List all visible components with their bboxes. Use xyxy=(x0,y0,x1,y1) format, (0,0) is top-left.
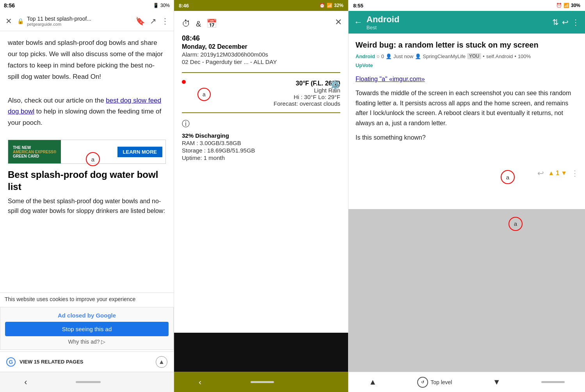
related-pages-bar: G VIEW 15 RELATED PAGES ▲ xyxy=(0,351,174,372)
stop-seeing-button[interactable]: Stop seeing this ad xyxy=(5,322,169,336)
floating-a-indicator: a xyxy=(86,152,100,166)
article-paragraph-1: water bowls and splash-proof dog bowls a… xyxy=(8,31,166,89)
ram-info: RAM : 3.00GB/3.58GB xyxy=(182,140,340,146)
black-section xyxy=(174,333,348,372)
browser-actions: 🔖 ↗ ⋮ xyxy=(134,15,171,27)
app-header: ← Android Best ⇅ ↩ ⋮ xyxy=(349,11,585,34)
share-icon[interactable]: ↗ xyxy=(148,15,158,27)
article-subtext: Some of the best splash-proof dog water … xyxy=(8,196,166,216)
back-button-3[interactable]: ← xyxy=(354,17,363,27)
upvote-button[interactable]: UpVote xyxy=(356,62,373,68)
why-ad-link[interactable]: Why this ad? ▷ xyxy=(5,339,169,345)
page-title: Top 11 best splash-proof... xyxy=(27,16,131,22)
nav-pill-3 xyxy=(541,381,565,383)
panel-reddit: 8:55 ⏰ 📶 30% ← Android Best ⇅ ↩ ⋮ Weird … xyxy=(349,0,585,392)
bookmark-icon[interactable]: 🔖 xyxy=(134,15,147,27)
bottom-nav-3: ▲ ↺ Top level ▼ xyxy=(349,372,585,392)
header-title: Android xyxy=(366,14,548,25)
wifi-icon-3: 📶 xyxy=(564,3,569,8)
browser-content: water bowls and splash-proof dog bowls a… xyxy=(0,31,174,293)
panel-widget: 8:46 ⏰ 📶 32% ✕ ⏱ & 📅 08:46 Monday, 02 De… xyxy=(174,0,349,392)
battery-3: 30% xyxy=(571,3,580,8)
upvote-up-icon[interactable]: ▲ xyxy=(548,170,554,177)
page-domain: petgearguide.com xyxy=(27,22,131,27)
header-subtitle: Best xyxy=(366,25,548,30)
post-subreddit2: self.Android xyxy=(486,53,513,59)
ad-closed-text: Ad closed by Google xyxy=(5,312,169,319)
screenshot-preview: a xyxy=(349,209,585,372)
status-icons-3: ⏰ 📶 30% xyxy=(556,3,580,8)
nav-pill-1 xyxy=(76,381,101,383)
widget-time: 08:46 xyxy=(182,34,340,43)
status-bar-3: 8:55 ⏰ 📶 30% xyxy=(349,0,585,11)
nav-pill-2 xyxy=(251,381,274,383)
weather-floating-a: a xyxy=(197,88,211,101)
nav-down-icon[interactable]: ▼ xyxy=(493,378,501,387)
weather-forecast: Forecast: overcast clouds xyxy=(182,100,340,107)
top-level-icon: ↺ xyxy=(417,377,428,388)
status-bar-1: 8:56 📱 30% xyxy=(0,0,174,11)
downvote-icon[interactable]: ▼ xyxy=(561,170,567,177)
header-actions: ⇅ ↩ ⋮ xyxy=(552,18,580,27)
ad-closed-bar: Ad closed by Google Stop seeing this ad … xyxy=(0,307,174,350)
menu-icon[interactable]: ⋮ xyxy=(160,15,171,27)
post-percent: 100% xyxy=(518,53,531,59)
vote-icon: ○ xyxy=(377,53,380,59)
clock-icon: ⏱ xyxy=(182,19,190,29)
lock-icon: 🔒 xyxy=(17,18,24,24)
article-heading: Best splash-proof dog water bowl list xyxy=(8,169,166,193)
post-question: Is this something known? xyxy=(356,134,578,141)
post-body: Towards the middle of the screen in each… xyxy=(356,88,578,128)
chevron-up-icon[interactable]: ▲ xyxy=(156,356,167,368)
header-menu-icon[interactable]: ⋮ xyxy=(572,18,580,27)
close-widget-button[interactable]: ✕ xyxy=(335,17,342,27)
info-icon: ⓘ xyxy=(182,119,340,129)
sim-icon: 📱 xyxy=(153,3,159,8)
top-level-control[interactable]: ↺ Top level xyxy=(417,377,452,388)
ad-banner-left: THE NEW AMERICAN EXPRESS® GREEN CARD xyxy=(8,140,61,163)
status-icons-1: 📱 30% xyxy=(153,3,170,8)
vote-count: 0 xyxy=(381,53,384,59)
calendar-icon: 📅 xyxy=(206,19,217,29)
ampersand: & xyxy=(196,20,201,28)
status-bar-2: 8:46 ⏰ 📶 32% xyxy=(174,0,348,11)
separator: • xyxy=(483,53,485,59)
post-user: 👤 xyxy=(415,53,421,59)
article-paragraph-2: Also, check out our article on the best … xyxy=(8,89,166,135)
panel-browser: 8:56 📱 30% ✕ 🔒 Top 11 best splash-proof.… xyxy=(0,0,174,392)
post-timestamp: Just now xyxy=(393,53,413,59)
post-subreddit[interactable]: Android xyxy=(356,53,375,59)
post-meta: Android ○ 0 👤 Just now 👤 SpringCleanMyLi… xyxy=(356,53,578,59)
alarm-status-icon: ⏰ xyxy=(319,3,325,8)
you-badge: YOU xyxy=(467,53,481,59)
post-username[interactable]: SpringCleanMyLife xyxy=(423,53,466,59)
bottom-nav-2: ‹ xyxy=(174,372,348,392)
post-menu-icon[interactable]: ⋮ xyxy=(571,169,579,178)
upvote-count: ▲ 1 ▼ xyxy=(548,170,567,177)
imgur-link[interactable]: Floating "a" «imgur.com» xyxy=(356,76,578,83)
learn-more-button[interactable]: LEARN MORE xyxy=(117,147,162,157)
back-nav-button[interactable]: ‹ xyxy=(24,377,27,387)
related-pages-label[interactable]: VIEW 15 RELATED PAGES xyxy=(20,359,156,365)
header-title-block: Android Best xyxy=(366,14,548,30)
widget-date: Monday, 02 December xyxy=(182,43,340,50)
sort-icon[interactable]: ⇅ xyxy=(552,18,559,27)
alarm-icon-3: ⏰ xyxy=(556,3,562,8)
reply-icon[interactable]: ↩ xyxy=(537,169,544,178)
bottom-nav-1: ‹ xyxy=(0,372,174,392)
close-icon[interactable]: ✕ xyxy=(3,16,14,26)
time-1: 8:56 xyxy=(4,2,15,9)
status-icons-2: ⏰ 📶 32% xyxy=(319,3,343,8)
cookie-bar: This website uses cookies to improve you… xyxy=(0,293,174,305)
storage-info: Storage : 18.69GB/51.95GB xyxy=(182,147,340,154)
back-button-2[interactable]: ‹ xyxy=(199,378,201,387)
weather-temp: 30°F (F.L. 26°F) xyxy=(182,80,340,87)
time-3: 8:55 xyxy=(353,3,363,9)
gear-icon[interactable]: ⚙️ xyxy=(330,80,340,90)
undo-icon[interactable]: ↩ xyxy=(562,18,569,27)
post-content: Weird bug: a random letter is stuck on m… xyxy=(349,34,585,209)
upvote-number: 1 xyxy=(556,170,559,177)
widget-icons-row: ⏱ & 📅 xyxy=(182,19,340,29)
nav-up-icon[interactable]: ▲ xyxy=(369,378,377,387)
browser-toolbar: ✕ 🔒 Top 11 best splash-proof... petgearg… xyxy=(0,11,174,31)
